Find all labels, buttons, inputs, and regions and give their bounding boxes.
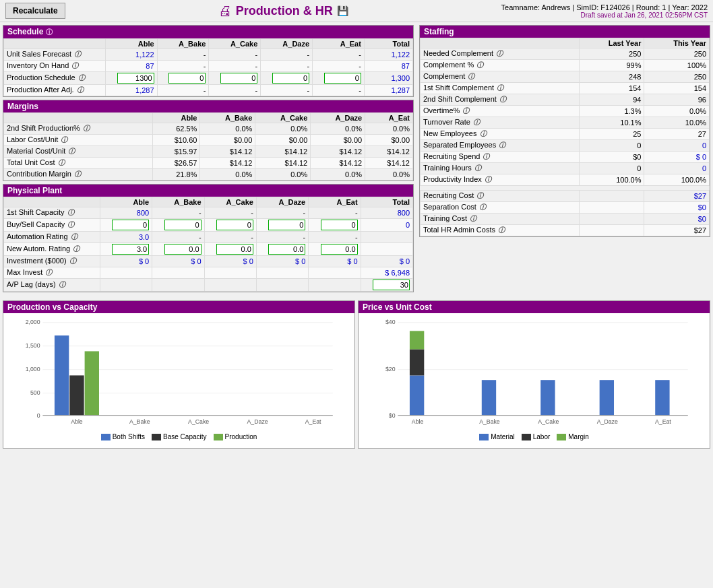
schedule-info-icon[interactable]: ⓘ (46, 28, 53, 36)
ps-adaze-input[interactable] (272, 73, 309, 84)
pp-col-abake: A_Bake (152, 197, 204, 207)
ot-info[interactable]: ⓘ (462, 106, 470, 116)
nc-last: 250 (579, 48, 644, 60)
1stsc-info[interactable]: ⓘ (496, 84, 504, 93)
mi-c4 (256, 267, 308, 279)
left-chart-svg: 2,000 1,500 1,000 500 0 (6, 316, 352, 430)
usf-info-btn[interactable]: ⓘ (73, 50, 82, 59)
apl-c4 (256, 279, 308, 292)
ps-aeat-cell[interactable] (313, 72, 365, 85)
1stsc-last: 154 (579, 83, 644, 94)
able-material-bar (410, 375, 424, 415)
mcu-adaze: $14.12 (311, 146, 365, 158)
adaze-material-bar (600, 380, 614, 415)
ps-able-cell[interactable] (105, 72, 157, 85)
pi-info[interactable]: ⓘ (484, 175, 492, 185)
svg-text:A_Bake: A_Bake (479, 418, 500, 425)
nc-info[interactable]: ⓘ (495, 49, 503, 59)
ar-info-btn[interactable]: ⓘ (70, 232, 78, 242)
ne-info[interactable]: ⓘ (479, 129, 487, 139)
ps-abake-cell[interactable] (157, 72, 209, 85)
totalhr-info[interactable]: ⓘ (497, 226, 505, 235)
nar-able-cell[interactable] (100, 243, 152, 256)
rc-info[interactable]: ⓘ (476, 191, 484, 201)
apl-c5 (309, 279, 361, 292)
row-label: Recruiting Spend ⓘ (421, 152, 580, 163)
margins-table: Able A_Bake A_Cake A_Daze A_Eat 2nd Shif… (3, 112, 413, 181)
apl-info-btn[interactable]: ⓘ (58, 280, 66, 290)
sepc-label: Separation Cost ⓘ (421, 202, 580, 214)
1sc-total: 800 (361, 207, 412, 219)
bsc-info-btn[interactable]: ⓘ (67, 220, 75, 230)
ioh-info-btn[interactable]: ⓘ (71, 61, 79, 71)
table-row: Inventory On Hand ⓘ 87 - - - - 87 (4, 61, 413, 72)
nar-aeat-cell[interactable] (309, 243, 361, 256)
1sc-info-btn[interactable]: ⓘ (67, 208, 75, 218)
save-icon[interactable]: 💾 (337, 5, 348, 16)
nar-adaze-input[interactable] (268, 244, 305, 255)
trainc-info[interactable]: ⓘ (469, 214, 477, 224)
mar-col-abake: A_Bake (200, 113, 255, 123)
sched-col-able: Able (105, 39, 157, 49)
nar-abake-input[interactable] (164, 244, 202, 255)
bsc-adaze-cell[interactable] (256, 219, 308, 232)
ar-abake: - (152, 232, 204, 243)
2sp-info-btn[interactable]: ⓘ (82, 124, 90, 133)
bsc-aeat-cell[interactable] (309, 219, 361, 232)
paa-able: 1,287 (105, 85, 157, 96)
recalculate-button[interactable]: Recalculate (5, 3, 65, 19)
bsc-abake-cell[interactable] (152, 219, 204, 232)
nar-info-btn[interactable]: ⓘ (72, 244, 80, 254)
bsc-able-cell[interactable] (100, 219, 152, 232)
ne-last: 25 (579, 129, 644, 140)
aeat-material-bar (655, 380, 669, 415)
paa-info-btn[interactable]: ⓘ (76, 86, 84, 95)
cp-info[interactable]: ⓘ (476, 61, 484, 70)
bsc-aeat-input[interactable] (321, 220, 358, 230)
ap-lag-input[interactable] (373, 280, 410, 290)
bsc-total: 0 (361, 219, 412, 232)
nar-able-input[interactable] (112, 244, 149, 255)
nar-aeat-input[interactable] (321, 244, 358, 255)
nar-acake-input[interactable] (216, 244, 253, 255)
c-info[interactable]: ⓘ (467, 72, 475, 81)
nar-acake-cell[interactable] (204, 243, 256, 256)
nar-abake-cell[interactable] (152, 243, 204, 256)
nar-adaze-cell[interactable] (256, 243, 308, 256)
2ndsc-info[interactable]: ⓘ (499, 95, 507, 104)
ps-aeat-input[interactable] (324, 73, 361, 84)
bsc-abake-input[interactable] (164, 220, 202, 230)
mcu-info-btn[interactable]: ⓘ (67, 147, 75, 156)
bsc-able-input[interactable] (112, 220, 149, 230)
sepc-info[interactable]: ⓘ (478, 203, 487, 212)
table-row: Training Cost ⓘ $0 (421, 214, 710, 225)
ap-lag-cell[interactable] (361, 279, 412, 292)
svg-text:Able: Able (412, 418, 424, 425)
tr-info[interactable]: ⓘ (472, 118, 480, 127)
sched-col-aeat: A_Eat (313, 39, 365, 49)
rs-info[interactable]: ⓘ (482, 152, 490, 162)
ps-acake-cell[interactable] (209, 72, 261, 85)
mi-info-btn[interactable]: ⓘ (44, 268, 53, 277)
th-info[interactable]: ⓘ (474, 164, 482, 173)
cm-info-btn[interactable]: ⓘ (73, 170, 82, 179)
tuc-info-btn[interactable]: ⓘ (57, 158, 65, 168)
ps-info-btn[interactable]: ⓘ (78, 73, 86, 83)
lcu-info-btn[interactable]: ⓘ (60, 135, 68, 145)
row-label: 2nd Shift Complement ⓘ (421, 94, 580, 106)
ps-acake-input[interactable] (220, 73, 257, 84)
svg-text:1,000: 1,000 (26, 366, 40, 372)
mcu-aeat: $14.12 (365, 146, 413, 158)
ps-adaze-cell[interactable] (261, 72, 313, 85)
row-label: Overtime% ⓘ (421, 106, 580, 117)
bsc-acake-input[interactable] (216, 220, 253, 230)
paa-total: 1,287 (364, 85, 412, 96)
svg-text:Able: Able (71, 418, 83, 425)
bsc-acake-cell[interactable] (204, 219, 256, 232)
2sp-adaze: 0.0% (311, 123, 365, 135)
se-info[interactable]: ⓘ (498, 141, 506, 150)
bsc-adaze-input[interactable] (268, 220, 305, 230)
ps-abake-input[interactable] (168, 73, 206, 84)
ps-able-input[interactable] (117, 73, 154, 84)
inv-info-btn[interactable]: ⓘ (69, 257, 77, 266)
